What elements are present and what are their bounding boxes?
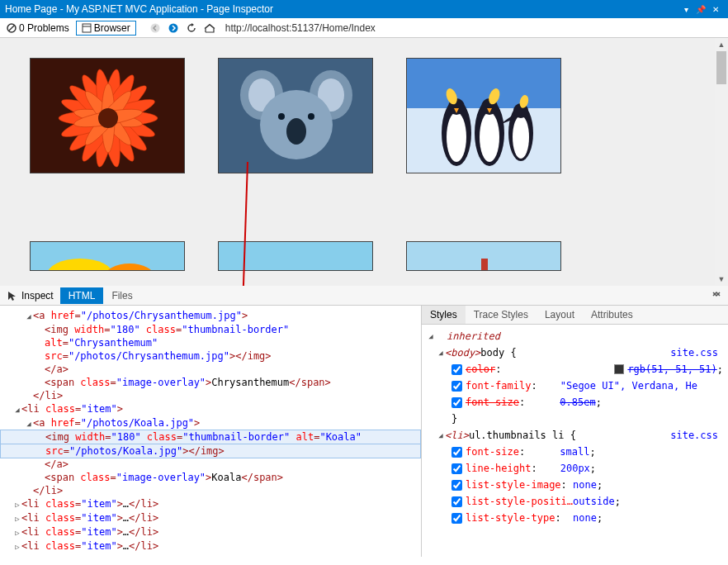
css-toggle-checkbox[interactable] bbox=[451, 397, 462, 408]
thumbnail-row-1 bbox=[0, 38, 728, 193]
tree-node[interactable]: </li> bbox=[0, 389, 421, 402]
css-declaration[interactable]: list-style-type: none; bbox=[427, 510, 723, 526]
browser-icon bbox=[82, 23, 92, 33]
tree-node[interactable]: ▷<li class="item">…</li> bbox=[0, 511, 421, 525]
svg-point-36 bbox=[447, 112, 466, 162]
svg-point-4 bbox=[150, 23, 159, 32]
browser-preview: ▲ ▼ bbox=[0, 38, 728, 286]
tree-node-selected[interactable]: src="/photos/Koala.jpg"></img> bbox=[0, 444, 421, 458]
tree-node[interactable]: ▷<li class="item">…</li> bbox=[0, 539, 421, 553]
problems-indicator[interactable]: 0 Problems bbox=[3, 22, 73, 34]
nav-back-button[interactable] bbox=[148, 21, 163, 36]
css-toggle-checkbox[interactable] bbox=[451, 480, 462, 491]
tab-attributes[interactable]: Attributes bbox=[583, 306, 641, 324]
tree-node[interactable]: <img width="180" class="thumbnail-border… bbox=[0, 323, 421, 336]
inspect-label: Inspect bbox=[21, 290, 54, 301]
tab-styles[interactable]: Styles bbox=[422, 306, 466, 324]
tab-html[interactable]: HTML bbox=[60, 287, 104, 304]
window-title: Home Page - My ASP.NET MVC Application -… bbox=[5, 3, 273, 15]
window-close-icon[interactable]: ✕ bbox=[708, 5, 723, 14]
tree-node[interactable]: ◢<a href="/photos/Chrysanthemum.jpg"> bbox=[0, 309, 421, 323]
collapse-chevron-icon[interactable] bbox=[705, 289, 728, 301]
svg-point-5 bbox=[168, 23, 177, 32]
home-button[interactable] bbox=[202, 21, 217, 36]
refresh-button[interactable] bbox=[184, 21, 199, 36]
svg-rect-52 bbox=[481, 259, 488, 271]
css-toggle-checkbox[interactable] bbox=[451, 447, 462, 458]
css-rule[interactable]: ◢<body> body {site.css bbox=[427, 344, 723, 361]
tab-layout[interactable]: Layout bbox=[537, 306, 583, 324]
tree-node[interactable]: ▷<li class="item">…</li> bbox=[0, 497, 421, 511]
refresh-icon bbox=[187, 23, 196, 33]
tree-node[interactable]: </a> bbox=[0, 458, 421, 471]
thumbnail-partial-2[interactable] bbox=[218, 241, 373, 271]
css-declaration[interactable]: list-style-image: none; bbox=[427, 477, 723, 493]
inspect-button[interactable]: Inspect bbox=[0, 290, 60, 301]
css-toggle-checkbox[interactable] bbox=[451, 364, 462, 375]
css-source-link[interactable]: site.css bbox=[670, 427, 723, 444]
thumbnail-partial-1[interactable] bbox=[30, 241, 185, 271]
tree-node[interactable]: ▷<li class="item">…</li> bbox=[0, 525, 421, 539]
thumbnail-row-2 bbox=[0, 193, 728, 286]
tab-trace-styles[interactable]: Trace Styles bbox=[466, 306, 537, 324]
css-toggle-checkbox[interactable] bbox=[451, 381, 462, 392]
nav-forward-button[interactable] bbox=[166, 21, 181, 36]
ban-icon bbox=[7, 23, 17, 33]
tree-node[interactable]: alt="Chrysanthemum" bbox=[0, 336, 421, 349]
preview-scrollbar[interactable]: ▲ ▼ bbox=[715, 38, 728, 286]
svg-line-1 bbox=[9, 25, 15, 31]
color-swatch[interactable] bbox=[614, 364, 624, 374]
tab-files[interactable]: Files bbox=[103, 287, 140, 304]
browser-label: Browser bbox=[94, 22, 130, 34]
tree-node-selected[interactable]: <img width="180" class="thumbnail-border… bbox=[0, 430, 421, 444]
inspector-panel: Inspect HTML Files ◢<a href="/photos/Chr… bbox=[0, 286, 728, 557]
thumbnail-partial-3[interactable] bbox=[406, 241, 561, 271]
browser-button[interactable]: Browser bbox=[76, 21, 136, 36]
styles-tabstrip: Styles Trace Styles Layout Attributes bbox=[422, 306, 728, 325]
svg-point-40 bbox=[480, 112, 499, 162]
css-declaration[interactable]: font-size:small; bbox=[427, 444, 723, 460]
window-dropdown-icon[interactable]: ▾ bbox=[678, 5, 693, 14]
css-toggle-checkbox[interactable] bbox=[451, 463, 462, 474]
inspector-tabstrip: Inspect HTML Files bbox=[0, 286, 728, 306]
css-rule[interactable]: ◢<li> ul.thumbnails li {site.css bbox=[427, 427, 723, 444]
svg-rect-50 bbox=[219, 242, 373, 271]
css-declaration[interactable]: font-size:0.85em; bbox=[427, 394, 723, 411]
svg-point-31 bbox=[278, 113, 285, 120]
css-toggle-checkbox[interactable] bbox=[451, 513, 462, 524]
tree-node[interactable]: src="/photos/Chrysanthemum.jpg"></img> bbox=[0, 349, 421, 363]
svg-rect-2 bbox=[83, 24, 91, 32]
window-pin-icon[interactable]: 📌 bbox=[693, 5, 708, 14]
url-field[interactable]: http://localhost:51137/Home/Index bbox=[220, 22, 725, 34]
css-source-link[interactable]: site.css bbox=[670, 344, 723, 361]
css-declaration[interactable]: list-style-positi…outside; bbox=[427, 493, 723, 510]
html-tree-pane[interactable]: ◢<a href="/photos/Chrysanthemum.jpg"> <i… bbox=[0, 306, 421, 557]
css-declaration[interactable]: color:rgb(51, 51, 51); bbox=[427, 361, 723, 377]
arrow-right-icon bbox=[168, 23, 178, 33]
inherited-label: inherited bbox=[435, 328, 500, 344]
scroll-down-icon[interactable]: ▼ bbox=[715, 273, 728, 286]
tree-node[interactable]: ◢<li class="item"> bbox=[0, 402, 421, 416]
home-icon bbox=[204, 23, 215, 33]
thumbnail-penguins[interactable] bbox=[406, 58, 561, 173]
tree-node[interactable]: ◢<a href="/photos/Koala.jpg"> bbox=[0, 416, 421, 430]
tree-node[interactable]: </a> bbox=[0, 363, 421, 376]
thumbnail-koala[interactable] bbox=[218, 58, 373, 173]
thumbnail-chrysanthemum[interactable] bbox=[30, 58, 185, 173]
window-titlebar: Home Page - My ASP.NET MVC Application -… bbox=[0, 0, 728, 18]
tree-node[interactable]: <span class="image-overlay">Chrysanthemu… bbox=[0, 376, 421, 389]
arrow-left-icon bbox=[150, 23, 160, 33]
scroll-thumb[interactable] bbox=[716, 51, 726, 84]
cursor-icon bbox=[7, 290, 18, 301]
styles-pane: Styles Trace Styles Layout Attributes ◢i… bbox=[421, 306, 728, 557]
svg-point-44 bbox=[513, 116, 529, 159]
tree-node[interactable]: </li> bbox=[0, 484, 421, 497]
styles-body[interactable]: ◢inherited ◢<body> body {site.css color:… bbox=[422, 325, 728, 557]
tree-node[interactable]: <span class="image-overlay">Koala</span> bbox=[0, 471, 421, 484]
svg-point-30 bbox=[286, 118, 306, 145]
scroll-up-icon[interactable]: ▲ bbox=[715, 38, 728, 51]
svg-point-22 bbox=[98, 108, 118, 128]
css-declaration[interactable]: font-family:"Segoe UI", Verdana, He bbox=[427, 377, 723, 394]
css-toggle-checkbox[interactable] bbox=[451, 496, 462, 507]
css-declaration[interactable]: line-height:200px; bbox=[427, 460, 723, 477]
